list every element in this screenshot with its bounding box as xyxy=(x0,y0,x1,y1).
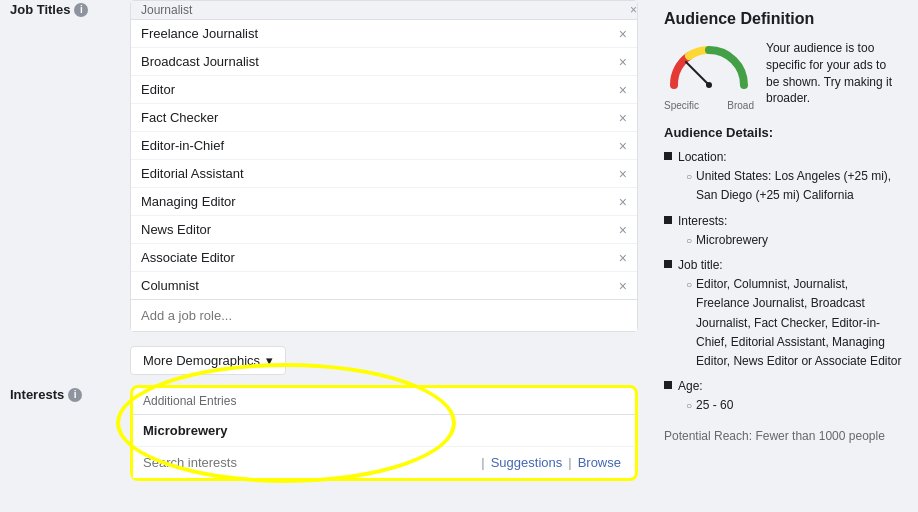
table-row: Editor-in-Chief × xyxy=(131,132,637,160)
table-row: Managing Editor × xyxy=(131,188,637,216)
add-job-role-input[interactable] xyxy=(131,299,637,331)
right-panel: Audience Definition xyxy=(648,0,918,512)
table-row: Editor × xyxy=(131,76,637,104)
job-titles-header: Journalist × xyxy=(131,1,637,20)
search-links: | Suggestions | Browse xyxy=(481,455,635,470)
job-titles-content: Journalist × Freelance Journalist × Broa… xyxy=(130,0,638,332)
search-interests-row: | Suggestions | Browse xyxy=(133,447,635,478)
list-item: Interests: ○ Microbrewery xyxy=(664,212,902,250)
list-item: Age: ○ 25 - 60 xyxy=(664,377,902,415)
remove-columnist-btn[interactable]: × xyxy=(619,279,627,293)
remove-broadcast-journalist-btn[interactable]: × xyxy=(619,55,627,69)
interests-label: Interests i xyxy=(10,385,130,402)
remove-freelance-journalist-btn[interactable]: × xyxy=(619,27,627,41)
list-item: Job title: ○ Editor, Columnist, Journali… xyxy=(664,256,902,371)
interests-box: Additional Entries Microbrewery | Sugges… xyxy=(130,385,638,481)
journalist-remove-btn[interactable]: × xyxy=(630,3,637,17)
bullet-icon xyxy=(664,152,672,160)
chevron-down-icon: ▾ xyxy=(266,353,273,368)
gauge-container: Specific Broad xyxy=(664,40,754,111)
gauge-svg xyxy=(664,40,754,95)
bullet-icon xyxy=(664,381,672,389)
gauge-row: Specific Broad Your audience is too spec… xyxy=(664,40,902,111)
bullet-icon xyxy=(664,260,672,268)
audience-details-title: Audience Details: xyxy=(664,125,902,140)
remove-editor-in-chief-btn[interactable]: × xyxy=(619,139,627,153)
remove-fact-checker-btn[interactable]: × xyxy=(619,111,627,125)
table-row: News Editor × xyxy=(131,216,637,244)
interests-header: Additional Entries xyxy=(133,388,635,415)
microbrewery-item: Microbrewery xyxy=(133,415,635,447)
job-titles-list: Freelance Journalist × Broadcast Journal… xyxy=(131,20,637,299)
remove-managing-editor-btn[interactable]: × xyxy=(619,195,627,209)
table-row: Associate Editor × xyxy=(131,244,637,272)
browse-link[interactable]: Browse xyxy=(572,455,627,470)
remove-editorial-assistant-btn[interactable]: × xyxy=(619,167,627,181)
remove-news-editor-btn[interactable]: × xyxy=(619,223,627,237)
search-interests-input[interactable] xyxy=(133,447,481,478)
table-row: Columnist × xyxy=(131,272,637,299)
svg-point-1 xyxy=(706,82,712,88)
job-titles-info-icon[interactable]: i xyxy=(74,3,88,17)
audience-details-list: Location: ○ United States: Los Angeles (… xyxy=(664,148,902,415)
list-item: Location: ○ United States: Los Angeles (… xyxy=(664,148,902,206)
remove-editor-btn[interactable]: × xyxy=(619,83,627,97)
job-titles-label: Job Titles i xyxy=(10,0,130,17)
table-row: Editorial Assistant × xyxy=(131,160,637,188)
gauge-labels: Specific Broad xyxy=(664,100,754,111)
gauge-note: Your audience is too specific for your a… xyxy=(766,40,902,107)
more-demographics-button[interactable]: More Demographics ▾ xyxy=(130,346,286,375)
table-row: Broadcast Journalist × xyxy=(131,48,637,76)
interests-info-icon[interactable]: i xyxy=(68,388,82,402)
audience-definition-title: Audience Definition xyxy=(664,10,902,28)
table-row: Fact Checker × xyxy=(131,104,637,132)
audience-definition: Audience Definition xyxy=(664,10,902,443)
potential-reach: Potential Reach: Fewer than 1000 people xyxy=(664,429,902,443)
svg-line-0 xyxy=(686,62,709,85)
bullet-icon xyxy=(664,216,672,224)
suggestions-link[interactable]: Suggestions xyxy=(485,455,569,470)
remove-associate-editor-btn[interactable]: × xyxy=(619,251,627,265)
table-row: Freelance Journalist × xyxy=(131,20,637,48)
